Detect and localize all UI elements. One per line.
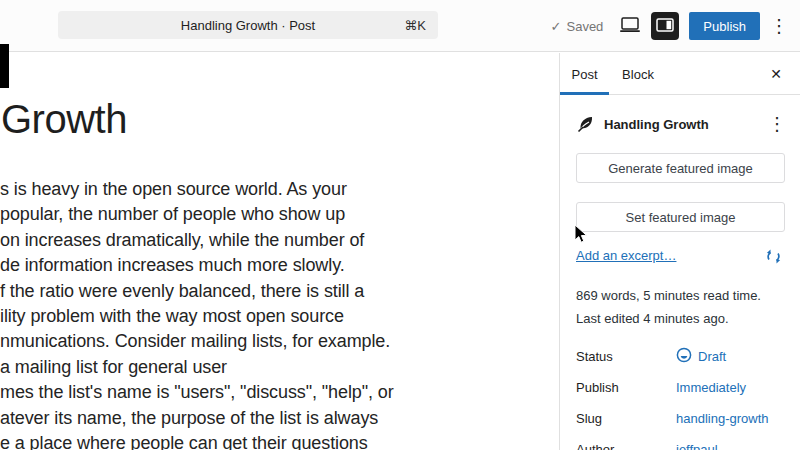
topbar-actions: ✓ Saved Publish ⋮ [551, 11, 790, 41]
body-line[interactable]: e a place where people can get their que… [0, 431, 430, 450]
publish-button[interactable]: Publish [689, 12, 760, 40]
tab-block[interactable]: Block [609, 53, 667, 95]
set-featured-image-button[interactable]: Set featured image [576, 202, 785, 232]
document-title: Handling Growth · Post [181, 18, 315, 33]
field-label: Status [576, 349, 676, 364]
generate-excerpt-icon[interactable] [765, 248, 782, 265]
sidebar-tabs: Post Block ✕ [560, 53, 800, 95]
sidebar-panel-icon [656, 18, 674, 35]
close-sidebar-button[interactable]: ✕ [764, 62, 788, 86]
generate-featured-image-button[interactable]: Generate featured image [576, 153, 785, 183]
post-paragraph[interactable]: s is heavy in the open source world. As … [0, 177, 430, 450]
body-line[interactable]: de information increases much more slowl… [0, 253, 430, 278]
saved-label: Saved [566, 19, 603, 34]
preview-button[interactable] [617, 12, 643, 40]
author-value[interactable]: jeffpaul [676, 442, 718, 450]
cropped-admin-element [0, 44, 9, 88]
body-line[interactable]: on increases dramatically, while the num… [0, 228, 430, 253]
post-title-partial[interactable]: Growth [1, 97, 127, 142]
body-line[interactable]: nmunications. Consider mailing lists, fo… [0, 329, 430, 354]
body-line[interactable]: atever its name, the purpose of the list… [0, 406, 430, 431]
editor-canvas[interactable]: Growth s is heavy in the open source wor… [0, 53, 558, 450]
editor-topbar: Handling Growth · Post ⌘K ✓ Saved Pu [0, 0, 800, 52]
post-summary-header: Handling Growth ⋮ [560, 95, 800, 147]
settings-sidebar-toggle[interactable] [651, 12, 679, 40]
laptop-icon [619, 16, 641, 37]
body-line[interactable]: s is heavy in the open source world. As … [0, 177, 430, 202]
publish-time-value[interactable]: Immediately [676, 380, 746, 395]
check-icon: ✓ [551, 19, 562, 34]
options-menu-button[interactable]: ⋮ [768, 13, 790, 39]
field-row-status: Status Draft [576, 343, 784, 369]
command-palette-shortcut: ⌘K [404, 18, 426, 33]
status-text: Draft [698, 349, 726, 364]
post-fields: Status Draft Publish Immediately Slug ha… [576, 343, 784, 450]
body-line[interactable]: popular, the number of people who show u… [0, 202, 430, 227]
body-line[interactable]: f the ratio were evenly balanced, there … [0, 279, 430, 304]
add-excerpt-link[interactable]: Add an excerpt… [576, 248, 676, 263]
post-card-title: Handling Growth [604, 117, 766, 132]
body-line[interactable]: a mailing list for general user [0, 355, 430, 380]
field-label: Publish [576, 380, 676, 395]
post-meta: 869 words, 5 minutes read time. Last edi… [576, 284, 784, 330]
document-overview-pill[interactable]: Handling Growth · Post ⌘K [58, 11, 438, 39]
field-row-publish: Publish Immediately [576, 374, 784, 400]
saved-status: ✓ Saved [551, 19, 604, 34]
draft-status-icon [676, 347, 692, 366]
settings-sidebar: Post Block ✕ Handling Growth ⋮ Generate … [559, 53, 800, 450]
last-edited-line: Last edited 4 minutes ago. [576, 307, 784, 330]
excerpt-row: Add an excerpt… [576, 248, 784, 266]
field-row-author: Author jeffpaul [576, 436, 784, 450]
leaf-icon [576, 114, 596, 134]
body-line[interactable]: mes the list's name is "users", "discuss… [0, 380, 430, 405]
field-label: Author [576, 442, 676, 450]
field-label: Slug [576, 411, 676, 426]
word-count-line: 869 words, 5 minutes read time. [576, 284, 784, 307]
tab-post[interactable]: Post [560, 53, 609, 95]
status-value[interactable]: Draft [676, 347, 726, 366]
post-actions-menu[interactable]: ⋮ [766, 111, 788, 137]
body-line[interactable]: ility problem with the way most open sou… [0, 304, 430, 329]
slug-value[interactable]: handling-growth [676, 411, 769, 426]
field-row-slug: Slug handling-growth [576, 405, 784, 431]
